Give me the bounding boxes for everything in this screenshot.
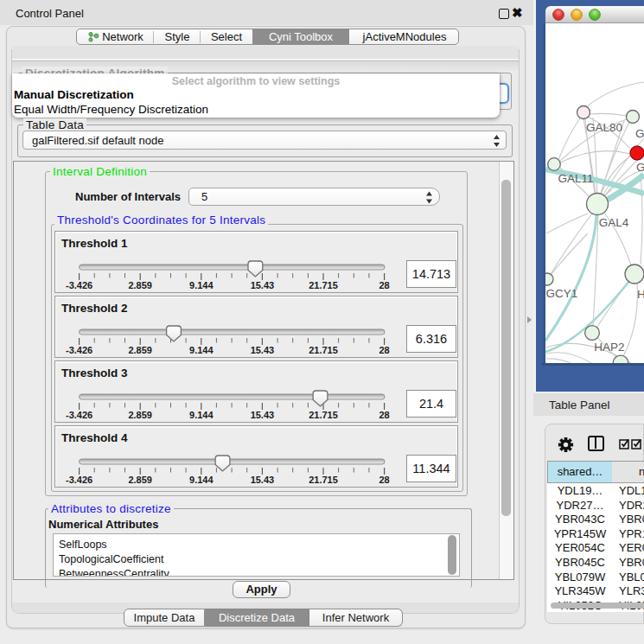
svg-text:9.144: 9.144 [189,280,214,290]
svg-text:15.43: 15.43 [251,280,275,290]
svg-text:GAL11: GAL11 [558,172,593,185]
svg-text:21.715: 21.715 [309,475,338,485]
svg-text:GAL4: GAL4 [599,216,629,229]
svg-text:GAL80: GAL80 [586,121,622,134]
svg-text:HA: HA [637,288,644,301]
svg-text:28: 28 [379,345,389,355]
svg-text:28: 28 [379,410,389,420]
svg-text:15.43: 15.43 [251,410,275,420]
svg-text:9.144: 9.144 [189,410,214,420]
svg-text:GA: GA [635,127,644,140]
svg-text:9.144: 9.144 [189,345,214,355]
svg-text:2.859: 2.859 [128,410,152,420]
svg-text:28: 28 [379,280,389,290]
svg-text:2.859: 2.859 [128,475,152,485]
svg-text:9.144: 9.144 [189,475,214,485]
svg-text:2.859: 2.859 [128,345,152,355]
svg-text:-3.426: -3.426 [66,475,92,485]
svg-text:28: 28 [379,475,389,485]
svg-text:-3.426: -3.426 [66,280,92,290]
svg-text:GCY1: GCY1 [546,287,578,300]
svg-text:21.715: 21.715 [309,280,338,290]
svg-text:G: G [636,161,644,174]
svg-text:HAP2: HAP2 [594,341,624,354]
svg-text:15.43: 15.43 [251,345,275,355]
svg-text:-3.426: -3.426 [66,410,92,420]
svg-text:-3.426: -3.426 [66,345,92,355]
svg-text:21.715: 21.715 [309,345,338,355]
svg-text:2.859: 2.859 [128,280,152,290]
svg-text:21.715: 21.715 [309,410,338,420]
svg-text:15.43: 15.43 [251,475,275,485]
